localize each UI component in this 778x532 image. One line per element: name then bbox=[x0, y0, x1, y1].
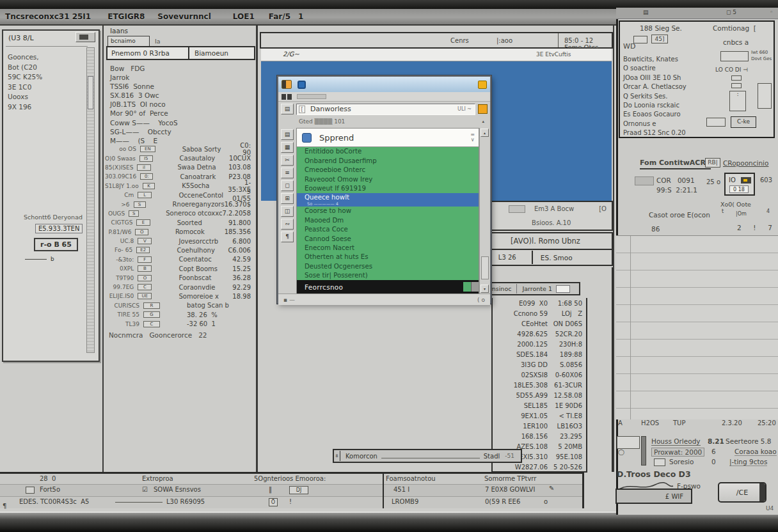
row-icon[interactable]: K bbox=[143, 183, 155, 189]
parameter-row[interactable]: 0XPL B Copt Booms 15.25 bbox=[105, 264, 256, 273]
list-header[interactable]: Spprend ≡ ∨ bbox=[297, 129, 479, 147]
table-row[interactable]: Ccnono 59 LOj Z bbox=[493, 308, 586, 318]
tool-icon[interactable]: ¶ bbox=[281, 231, 294, 242]
form1-item[interactable]: Es Eoaos Gocauro bbox=[623, 110, 706, 119]
parameter-row[interactable]: CURISCS R batog Scan b bbox=[105, 301, 256, 310]
sidebar-header-button[interactable] bbox=[75, 32, 95, 42]
table-row[interactable]: 168.156 23.295 bbox=[493, 431, 586, 441]
row-icon[interactable]: EN bbox=[140, 146, 155, 152]
parameter-row[interactable]: TL39 C -32 60 1 bbox=[105, 319, 256, 328]
list-item[interactable]: Maooed Dm bbox=[297, 216, 479, 225]
row-icon[interactable]: F bbox=[138, 256, 152, 263]
parameter-row[interactable]: O)0 Swaas I5 Casautaloy 10CUX bbox=[105, 153, 256, 162]
parameter-row[interactable]: >6 S Rnoereganyzors 16.370$ bbox=[105, 199, 256, 208]
checkbox[interactable] bbox=[623, 26, 630, 33]
table-row[interactable]: CEoHtet ON D06S bbox=[493, 318, 586, 329]
row-icon[interactable]: G bbox=[143, 311, 160, 318]
table-row[interactable]: 3I3G DD S.0856 bbox=[493, 359, 586, 370]
collapse-icon[interactable]: ▴ bbox=[482, 119, 484, 124]
header-cell-2[interactable]: Biamoeun bbox=[189, 47, 254, 59]
mini-bar-tab[interactable]: 8 bbox=[334, 451, 340, 461]
bottom-gray-bar[interactable]: £ WIF bbox=[615, 489, 692, 504]
dialog-scrollbar[interactable]: ▴ ▾ bbox=[479, 128, 490, 293]
table-row[interactable]: 1ER100 LB16O3 bbox=[493, 421, 586, 431]
row-icon[interactable]: E bbox=[136, 219, 150, 226]
search-input[interactable]: [ Danworless ULI ~ bbox=[296, 104, 475, 115]
cell-badge[interactable]: DJ bbox=[289, 486, 308, 494]
list-item[interactable]: Sose tir| Posserent) bbox=[297, 271, 479, 280]
menu-item[interactable]: Far/5 bbox=[269, 12, 290, 21]
folder-icon[interactable] bbox=[617, 436, 640, 449]
tool-icon[interactable]: ▤ bbox=[281, 129, 294, 140]
form1-item[interactable]: Q Serkits Ses. bbox=[623, 92, 706, 101]
checkbox-checked-icon[interactable]: ☑ bbox=[142, 486, 148, 493]
list-item[interactable]: Raveooot Omow Irey bbox=[297, 175, 479, 184]
ce-button[interactable]: /CE bbox=[718, 482, 766, 503]
panel-toolbar-button[interactable]: bcnaimo bbox=[107, 36, 150, 47]
list-item[interactable]: Enecom Nacert bbox=[297, 244, 479, 253]
parameter-row[interactable]: CIGTGS E Soorted 91.800 bbox=[105, 218, 256, 227]
search-action-icon[interactable] bbox=[478, 104, 488, 114]
row-icon[interactable]: L bbox=[138, 192, 152, 198]
row-icon[interactable]: I5 bbox=[139, 155, 153, 162]
cell-badge[interactable]: Ö bbox=[269, 498, 278, 506]
header-cell-1[interactable]: Pnemom 0 R3rba bbox=[107, 47, 189, 59]
list-item[interactable]: Onbarend Dusaerfimp bbox=[297, 157, 479, 166]
menu-item[interactable]: 1 bbox=[298, 12, 303, 21]
sidebar-list-item[interactable]: Bot (C20 bbox=[8, 63, 42, 73]
form1-item[interactable]: Ornonus e bbox=[623, 120, 706, 129]
form1-item[interactable]: Orcar A. Chetlacsoy bbox=[623, 82, 706, 91]
table-row[interactable]: W2827.06 5 20-526 bbox=[493, 462, 586, 472]
list-item[interactable]: Otherten at huts Es bbox=[297, 253, 479, 262]
dialog-titlebar[interactable] bbox=[278, 77, 490, 92]
form1-item[interactable]: Bowticits, Knates bbox=[623, 55, 706, 64]
form1-item[interactable]: Do Loonia rsckaic bbox=[623, 101, 706, 110]
small-field[interactable] bbox=[706, 118, 726, 127]
parameter-row[interactable]: 85(X)ISES il Swaa Detna 103.08 bbox=[105, 163, 256, 172]
parameter-row[interactable]: ELIJE.IS0 UE Somoreioe x 18.98 bbox=[105, 292, 256, 301]
parameter-row[interactable]: Fo- 65 E2 Coehulhony C6.006 bbox=[105, 246, 256, 254]
sidebar-list-item[interactable]: 9X 196 bbox=[8, 102, 42, 113]
table-row[interactable]: SDES.184 189:88 bbox=[493, 349, 586, 359]
grid-icon[interactable]: ▤ bbox=[643, 9, 649, 15]
parameter-row[interactable]: T9T90 O Foonbscat 36.28 bbox=[105, 273, 256, 282]
tool-icon[interactable]: ◻ bbox=[281, 180, 294, 191]
slider-handle[interactable] bbox=[641, 436, 646, 465]
canvas-row-d[interactable]: ◠ L3 26 ES. Smoo bbox=[478, 250, 613, 266]
table-row[interactable]: 4928.625 52CR.20 bbox=[493, 329, 586, 339]
tool-icon[interactable]: ≡ bbox=[281, 168, 294, 178]
panel-tab[interactable]: Iaans bbox=[110, 27, 128, 35]
sidebar-list-item[interactable]: Uooxs bbox=[8, 92, 42, 102]
mini-bar-left[interactable]: Komorcon bbox=[345, 453, 377, 460]
menu-glyph-icon[interactable] bbox=[287, 94, 292, 100]
bottom-label-1[interactable]: Houss Orleody bbox=[651, 437, 701, 446]
bar-button-right[interactable]: Jarronte 1 bbox=[522, 285, 552, 292]
list-header-options-icon[interactable]: ≡ ∨ bbox=[470, 132, 475, 143]
row-icon[interactable]: C bbox=[138, 284, 152, 290]
row-icon[interactable]: il bbox=[137, 164, 150, 171]
table-row[interactable]: 18LE5.308 61-3CUR bbox=[493, 380, 586, 390]
bar-input-box[interactable] bbox=[556, 285, 570, 293]
canvas-row-b[interactable]: 4 Bsioos. A.10 bbox=[478, 215, 613, 231]
list-item[interactable]: Cmeoebioe Onterc bbox=[297, 166, 479, 175]
row-icon[interactable]: O bbox=[138, 275, 152, 281]
menu-item[interactable]: Tncsreconxc31 25I1 bbox=[5, 12, 91, 21]
scroll-up-icon[interactable]: ▴ bbox=[480, 129, 489, 137]
canvas-row-c[interactable]: [AVO)l. Romo Ubnz bbox=[478, 232, 613, 250]
form2-tab-badge[interactable]: RB| bbox=[705, 158, 720, 168]
row-icon[interactable]: E2 bbox=[136, 247, 150, 253]
tool-icon[interactable]: ▦ bbox=[281, 142, 294, 153]
list-item[interactable]: Cannod Soese bbox=[297, 235, 479, 244]
row-icon[interactable]: UE bbox=[138, 293, 152, 299]
window-icon[interactable]: ◻ 5 bbox=[726, 9, 736, 15]
spin-sub-field[interactable]: 0 18 bbox=[729, 185, 749, 193]
row-icon[interactable]: O bbox=[135, 229, 148, 235]
row-icon[interactable]: S bbox=[134, 201, 146, 208]
table-row[interactable]: E099 X0 1:68 50 bbox=[493, 298, 586, 308]
form1-item[interactable]: O soactire bbox=[623, 64, 706, 73]
tool-icon[interactable]: ✂ bbox=[281, 155, 294, 166]
row-icon[interactable]: R bbox=[143, 302, 160, 309]
table-row[interactable]: 2000.125 230H:8 bbox=[493, 339, 586, 349]
list-item[interactable]: Eooweut If 691919 bbox=[297, 184, 479, 193]
row-icon[interactable]: B bbox=[138, 265, 152, 272]
